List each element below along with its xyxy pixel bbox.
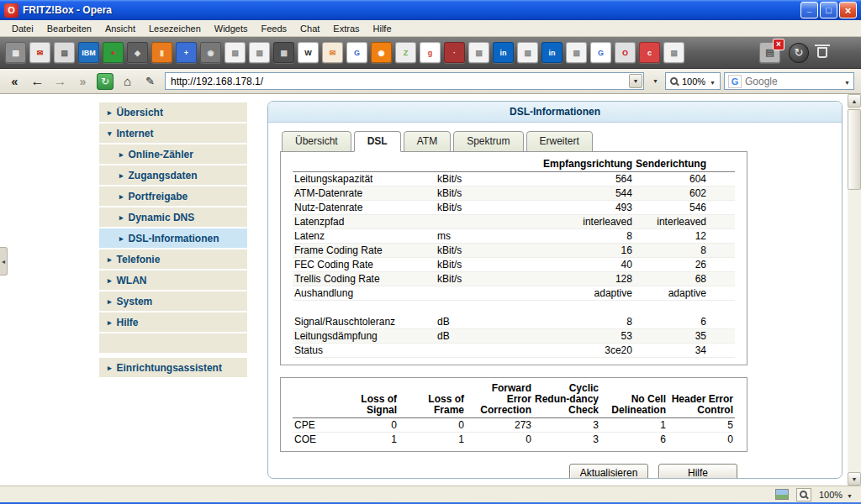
rss-icon[interactable]: ◉ (371, 42, 392, 63)
sidebar-item-portfreigabe[interactable]: Portfreigabe (99, 186, 247, 206)
document-icon-5[interactable]: ▤ (566, 42, 587, 63)
compose-button[interactable] (140, 72, 160, 91)
opera-icon[interactable]: O (615, 42, 636, 63)
menu-item-hilfe[interactable]: Hilfe (367, 22, 399, 35)
tab-bar: Übersicht DSL ATM Spektrum Erweitert (280, 131, 830, 152)
sidebar-item-label: Einrichtungsassistent (117, 362, 222, 374)
magnifier-icon (800, 491, 807, 498)
fit-to-width-icon[interactable] (796, 488, 811, 501)
notes-icon[interactable]: ▤ (54, 42, 75, 63)
menu-item-bearbeiten[interactable]: Bearbeiten (40, 22, 98, 35)
document-icon-6[interactable]: ▤ (663, 42, 684, 63)
fast-forward-button[interactable] (73, 72, 92, 91)
address-bar[interactable] (165, 72, 644, 90)
menu-item-chat[interactable]: Chat (293, 22, 326, 35)
column-header-empfangsrichtung: Empfangsrichtung (527, 157, 634, 171)
tab-uebersicht[interactable]: Übersicht (282, 131, 351, 152)
address-dropdown-button[interactable] (649, 72, 662, 90)
scroll-up-icon[interactable] (848, 94, 861, 108)
vertical-scrollbar[interactable] (848, 94, 861, 486)
error-counter-box: Loss of Signal Loss of Frame Forward Err… (280, 377, 747, 452)
tab-spektrum[interactable]: Spektrum (453, 131, 523, 152)
plus-icon[interactable]: + (176, 42, 197, 63)
google-icon-2[interactable]: G (590, 42, 611, 63)
google-icon[interactable]: G (346, 42, 367, 63)
tab-erweitert[interactable]: Erweitert (526, 131, 593, 152)
linkedin-icon-2[interactable]: in (541, 42, 563, 63)
tab-dsl[interactable]: DSL (354, 131, 401, 152)
reload-button[interactable] (97, 73, 114, 90)
mail-icon[interactable]: ✉ (29, 42, 50, 63)
table-row-blank (293, 300, 735, 314)
maximize-button[interactable] (820, 2, 837, 18)
menu-item-ansicht[interactable]: Ansicht (98, 22, 142, 35)
sidebar-item-online-zaehler[interactable]: Online-Zähler (99, 144, 247, 164)
status-zoom-dropdown[interactable]: 100% (819, 490, 853, 500)
flag-icon[interactable]: ◆ (127, 42, 148, 63)
sidebar-item-label: Telefonie (117, 254, 161, 265)
address-input[interactable] (171, 76, 629, 87)
home-button[interactable] (118, 72, 137, 91)
forward-button[interactable] (50, 72, 70, 91)
document-icon-4[interactable]: ▤ (517, 42, 538, 63)
document-icon-3[interactable]: ▤ (468, 42, 489, 63)
zoom-dropdown[interactable]: 100% (665, 72, 721, 90)
red-site-icon[interactable]: · (444, 42, 465, 63)
trash-icon[interactable] (817, 47, 827, 58)
google-g-icon[interactable]: g (420, 42, 441, 63)
toolbar-icon-strip: ▤✉▤IBM●◆▮+◉▤▤▦W✉G◉Zg·▤in▤in▤GOc▤ (5, 42, 684, 63)
rewind-button[interactable] (5, 72, 24, 91)
document-icon-2[interactable]: ▤ (249, 42, 270, 63)
table-header-row: Loss of Signal Loss of Frame Forward Err… (293, 381, 735, 418)
pager-icon[interactable]: ▤ (5, 42, 26, 63)
minimize-button[interactable] (800, 2, 818, 18)
chevron-right-icon (108, 108, 112, 117)
sidebar-item-uebersicht[interactable]: Übersicht (99, 102, 247, 122)
close-page-icon[interactable] (759, 42, 780, 63)
chevron-right-icon (119, 192, 124, 201)
sidebar-item-hilfe[interactable]: Hilfe (99, 312, 247, 332)
panels-toggle-handle[interactable] (0, 247, 8, 276)
table-row: Frame Coding RatekBit/s168 (293, 243, 735, 257)
ibm-icon[interactable]: IBM (78, 42, 99, 63)
folder-orange-icon[interactable]: ▮ (151, 42, 172, 63)
sidebar-item-dynamic-dns[interactable]: Dynamic DNS (99, 207, 247, 227)
mail-orange-icon[interactable]: ✉ (322, 42, 343, 63)
scrollbar-thumb[interactable] (848, 109, 861, 190)
wikipedia-icon[interactable]: W (298, 42, 319, 63)
search-box[interactable] (724, 72, 854, 90)
refresh-button[interactable]: Aktualisieren (569, 464, 648, 480)
sidebar-item-zugangsdaten[interactable]: Zugangsdaten (99, 165, 247, 185)
chrome-red-icon[interactable]: c (639, 42, 660, 63)
search-input[interactable] (745, 76, 841, 87)
sidebar-item-wlan[interactable]: WLAN (99, 270, 247, 290)
back-button[interactable] (28, 72, 47, 91)
sidebar-item-internet[interactable]: Internet (99, 123, 247, 143)
menu-item-feeds[interactable]: Feeds (255, 22, 294, 35)
tab-atm[interactable]: ATM (404, 131, 451, 152)
camera-icon[interactable]: ◉ (200, 42, 221, 63)
bolt-icon[interactable]: Z (395, 42, 416, 63)
menu-item-extras[interactable]: Extras (326, 22, 366, 35)
images-toggle-icon[interactable] (775, 489, 789, 500)
sidebar-item-system[interactable]: System (99, 291, 247, 311)
magnifier-icon (670, 77, 678, 85)
reload-circle-icon[interactable] (789, 43, 809, 63)
menu-item-lesezeichen[interactable]: Lesezeichen (142, 22, 208, 35)
scroll-down-icon[interactable] (848, 472, 861, 486)
typewriter-icon[interactable]: ▦ (273, 42, 294, 63)
help-button[interactable]: Hilfe (658, 464, 737, 480)
sidebar-item-einrichtungsassistent[interactable]: Einrichtungsassistent (99, 358, 247, 377)
linkedin-icon[interactable]: in (493, 42, 514, 63)
document-icon[interactable]: ▤ (224, 42, 246, 63)
action-button-row: Aktualisieren Hilfe (280, 464, 747, 480)
menu-item-datei[interactable]: Datei (5, 22, 40, 35)
search-engine-dropdown-icon[interactable] (844, 76, 850, 87)
sidebar-menu: Übersicht Internet Online-Zähler Zugangs… (99, 102, 247, 379)
sidebar-item-telefonie[interactable]: Telefonie (99, 249, 247, 269)
menu-item-widgets[interactable]: Widgets (208, 22, 255, 35)
sidebar-item-dsl-informationen[interactable]: DSL-Informationen (99, 228, 247, 248)
globe-icon[interactable]: ● (103, 42, 124, 63)
address-history-dropdown-icon[interactable] (629, 74, 642, 88)
close-button[interactable] (839, 2, 857, 18)
